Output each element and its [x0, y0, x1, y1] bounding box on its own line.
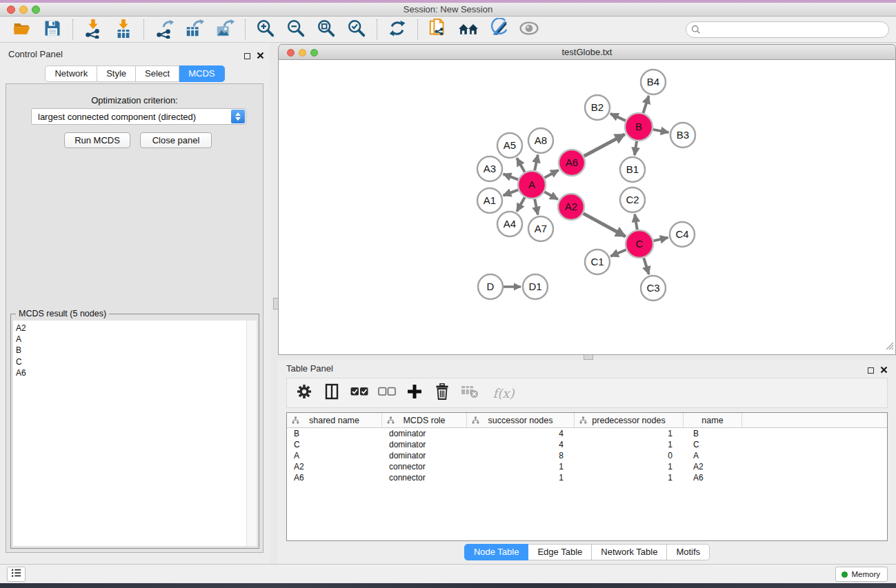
export-image-button[interactable]	[212, 19, 237, 41]
cell-name[interactable]: B	[684, 428, 742, 439]
cell-name[interactable]: C	[684, 439, 742, 450]
tab-select[interactable]: Select	[136, 65, 179, 82]
select-all-button[interactable]	[350, 383, 368, 403]
mcds-result-list[interactable]: A2ABCA6	[13, 321, 257, 546]
cell-predecessor-nodes[interactable]: 1	[575, 472, 684, 483]
zoom-selected-button[interactable]	[344, 19, 369, 41]
network-graph[interactable]: AA1A2A3A4A5A6A7A8BB1B2B3B4CC1C2C3C4DD1	[279, 60, 895, 354]
cell-name[interactable]: A6	[684, 472, 742, 483]
table-settings-button[interactable]	[295, 383, 313, 403]
window-titlebar[interactable]: Session: New Session	[0, 3, 896, 17]
zoom-out-button[interactable]	[283, 19, 308, 41]
graph-node-label-C3: C3	[646, 282, 659, 294]
float-panel-icon[interactable]	[868, 367, 874, 374]
zoom-in-button[interactable]	[253, 19, 278, 41]
tab-motifs[interactable]: Motifs	[667, 544, 710, 560]
cell-shared-name[interactable]: C	[287, 439, 382, 450]
mcds-result-item[interactable]: C	[13, 356, 257, 367]
tab-style[interactable]: Style	[97, 65, 136, 82]
cell-MCDS-role[interactable]: dominator	[382, 450, 467, 461]
network-window-titlebar[interactable]: testGlobe.txt	[278, 44, 896, 60]
cell-successor-nodes[interactable]: 1	[467, 461, 575, 472]
graph-edge-B-B1	[635, 141, 637, 155]
resize-grip[interactable]	[884, 341, 894, 353]
cell-predecessor-nodes[interactable]: 1	[575, 461, 684, 472]
import-network-button[interactable]	[81, 19, 106, 41]
cell-predecessor-nodes[interactable]: 1	[575, 428, 684, 439]
tab-mcds[interactable]: MCDS	[179, 65, 224, 82]
column-header-name[interactable]: name	[684, 413, 742, 427]
close-panel-icon[interactable]	[880, 364, 888, 376]
tab-edge-table[interactable]: Edge Table	[528, 544, 592, 560]
run-mcds-button[interactable]: Run MCDS	[64, 132, 130, 148]
cell-successor-nodes[interactable]: 8	[467, 450, 575, 461]
refresh-button[interactable]	[385, 19, 410, 41]
mcds-result-item[interactable]: A2	[13, 323, 257, 334]
table-row[interactable]: Bdominator41B	[287, 428, 887, 439]
zoom-selected-icon	[346, 18, 367, 41]
column-header-predecessor-nodes[interactable]: predecessor nodes	[575, 413, 684, 427]
table-row[interactable]: A2connector11A2	[287, 461, 887, 472]
export-table-button[interactable]	[182, 19, 207, 41]
mcds-list-scrollbar[interactable]	[246, 321, 257, 546]
cell-name[interactable]: A	[684, 450, 742, 461]
cell-name[interactable]: A2	[684, 461, 742, 472]
tab-network[interactable]: Network	[45, 65, 97, 82]
cell-shared-name[interactable]: A	[287, 450, 382, 461]
zoom-fit-icon	[316, 18, 337, 41]
column-header-MCDS-role[interactable]: MCDS role	[382, 413, 467, 427]
cell-shared-name[interactable]: A6	[287, 472, 382, 483]
cell-predecessor-nodes[interactable]: 1	[575, 439, 684, 450]
cell-MCDS-role[interactable]: connector	[382, 472, 467, 483]
table-row[interactable]: Adominator80A	[287, 450, 887, 461]
close-panel-icon[interactable]	[257, 50, 264, 62]
cell-MCDS-role[interactable]: connector	[382, 461, 467, 472]
cell-successor-nodes[interactable]: 1	[467, 472, 575, 483]
function-builder-button[interactable]: f(x)	[488, 383, 519, 403]
table-row[interactable]: Cdominator41C	[287, 439, 887, 450]
cell-predecessor-nodes[interactable]: 0	[575, 450, 684, 461]
graph-edge-A2-C	[584, 214, 626, 236]
cell-MCDS-role[interactable]: dominator	[382, 428, 467, 439]
import-table-button[interactable]	[111, 19, 136, 41]
show-view-button[interactable]	[517, 19, 541, 41]
zoom-fit-button[interactable]	[314, 19, 339, 41]
tab-network-table[interactable]: Network Table	[592, 544, 667, 560]
save-session-button[interactable]	[40, 19, 65, 41]
graph-edge-A-A6	[544, 170, 558, 178]
task-history-button[interactable]	[7, 567, 26, 582]
mcds-result-item[interactable]: A6	[13, 367, 257, 378]
column-header-shared-name[interactable]: shared name	[287, 413, 382, 427]
tab-node-table[interactable]: Node Table	[464, 544, 529, 560]
float-panel-icon[interactable]	[244, 53, 250, 59]
search-input[interactable]	[686, 21, 889, 38]
open-file-button[interactable]	[10, 19, 34, 41]
node-table[interactable]: shared nameMCDS rolesuccessor nodesprede…	[286, 412, 888, 541]
criterion-select[interactable]: largest connected component (directed)	[31, 108, 246, 125]
column-header-successor-nodes[interactable]: successor nodes	[467, 413, 575, 427]
hide-labels-button[interactable]	[486, 19, 511, 41]
close-panel-button[interactable]: Close panel	[140, 132, 212, 148]
cell-MCDS-role[interactable]: dominator	[382, 439, 467, 450]
deselect-all-button[interactable]	[378, 383, 396, 403]
panel-divider-handle[interactable]	[273, 298, 278, 310]
cell-shared-name[interactable]: B	[287, 428, 382, 439]
checked-boxes-icon	[350, 387, 368, 399]
status-bar: Memory	[0, 564, 896, 583]
memory-button[interactable]: Memory	[835, 567, 888, 582]
network-canvas[interactable]: AA1A2A3A4A5A6A7A8BB1B2B3B4CC1C2C3C4DD1	[278, 60, 896, 355]
delete-table-button[interactable]	[461, 383, 479, 403]
show-columns-button[interactable]	[323, 383, 341, 403]
add-row-button[interactable]	[406, 383, 424, 403]
cell-successor-nodes[interactable]: 4	[467, 428, 575, 439]
mcds-result-item[interactable]: B	[13, 345, 257, 356]
home-button[interactable]	[456, 19, 481, 41]
open-network-file-button[interactable]	[426, 19, 450, 41]
cell-successor-nodes[interactable]: 4	[467, 439, 575, 450]
panel-divider-handle[interactable]	[584, 355, 593, 360]
table-row[interactable]: A6connector11A6	[287, 472, 887, 483]
mcds-result-item[interactable]: A	[13, 334, 257, 345]
export-network-button[interactable]	[152, 19, 177, 41]
cell-shared-name[interactable]: A2	[287, 461, 382, 472]
delete-row-button[interactable]	[433, 383, 451, 403]
